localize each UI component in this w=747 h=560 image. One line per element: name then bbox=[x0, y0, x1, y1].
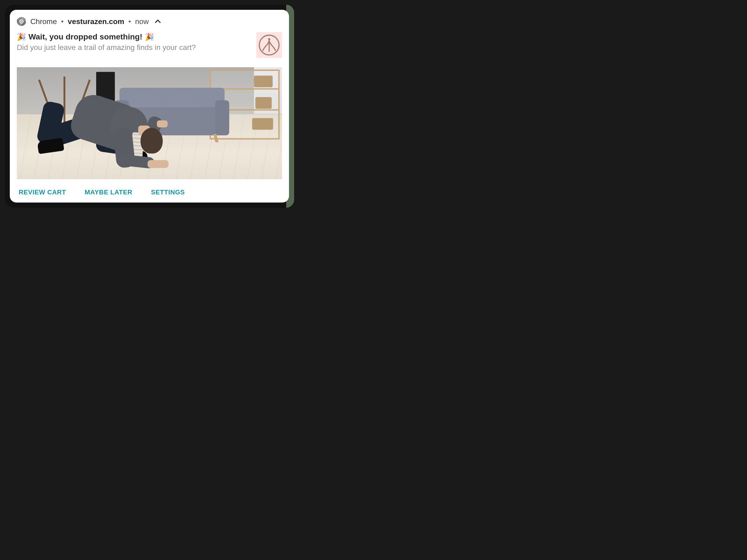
timestamp: now bbox=[135, 17, 149, 26]
maybe-later-button[interactable]: MAYBE LATER bbox=[85, 188, 132, 197]
notification-actions: REVIEW CART MAYBE LATER SETTINGS bbox=[17, 188, 282, 197]
party-popper-icon: 🎉 bbox=[17, 33, 26, 41]
notification-body: Did you just leave a trail of amazing fi… bbox=[17, 43, 252, 52]
review-cart-button[interactable]: REVIEW CART bbox=[19, 188, 66, 197]
notification-header: Chrome • vesturazen.com • now bbox=[17, 17, 282, 26]
separator-dot-icon: • bbox=[128, 18, 131, 25]
svg-point-2 bbox=[20, 20, 23, 23]
site-icon bbox=[256, 32, 282, 58]
chrome-icon bbox=[17, 17, 26, 26]
device-frame: Chrome • vesturazen.com • now 🎉 Wait, yo… bbox=[5, 5, 294, 208]
title-text: Wait, you dropped something! bbox=[28, 32, 143, 41]
collapse-chevron-icon[interactable] bbox=[154, 18, 162, 25]
site-domain: vesturazen.com bbox=[68, 17, 124, 26]
svg-point-4 bbox=[268, 38, 270, 41]
notification-content: 🎉 Wait, you dropped something! 🎉 Did you… bbox=[17, 32, 282, 58]
separator-dot-icon: • bbox=[61, 18, 64, 25]
push-notification-card[interactable]: Chrome • vesturazen.com • now 🎉 Wait, yo… bbox=[10, 10, 289, 203]
party-popper-icon: 🎉 bbox=[145, 33, 154, 41]
app-name: Chrome bbox=[30, 17, 57, 26]
notification-hero-image bbox=[17, 67, 282, 179]
notification-title: 🎉 Wait, you dropped something! 🎉 bbox=[17, 32, 252, 41]
settings-button[interactable]: SETTINGS bbox=[151, 188, 185, 197]
